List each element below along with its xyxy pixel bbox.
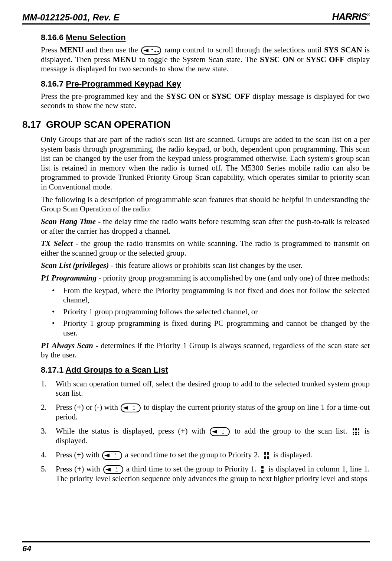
bullet-item: From the keypad, where the Priority prog… <box>52 286 370 305</box>
sysc-off-label: SYSC OFF <box>212 92 250 101</box>
text: ) with <box>185 427 209 435</box>
svg-rect-35 <box>261 471 264 471</box>
term: Scan List (privileges) <box>41 261 109 270</box>
menu-key-label: MENU <box>113 55 137 64</box>
text: Press the pre-programmed key and the <box>41 92 166 101</box>
heading-number: 8.16.6 <box>41 33 63 42</box>
step-1: 1. With scan operation turned off, selec… <box>41 379 370 398</box>
plus-minus-rocker-icon: + − <box>121 403 141 412</box>
heading-8-16-7: 8.16.7 Pre-Programmed Keypad Key <box>41 79 370 89</box>
text: ) or ( <box>81 403 97 412</box>
text: or <box>200 92 212 101</box>
text: While the status is displayed, press ( <box>56 427 181 435</box>
paragraph: Press MENU and then use the ramp control… <box>41 45 370 74</box>
definition-text: - this feature allows or prohibits scan … <box>109 261 303 270</box>
bullet-item: Priority 1 group programming follows the… <box>52 307 370 317</box>
step-number: 5. <box>41 464 47 474</box>
svg-text:−: − <box>114 455 117 459</box>
plus-key-label: + <box>77 450 81 459</box>
heading-8-17: 8.17GROUP SCAN OPERATION <box>22 119 370 130</box>
document-id: MM-012125-001, Rev. E <box>22 12 119 23</box>
paragraph: Only Groups that are part of the radio's… <box>41 135 370 192</box>
text: to toggle the System Scan state. The <box>137 55 260 64</box>
text: a third time to set the group to Priorit… <box>124 464 259 473</box>
brand-logo-text: HARRIS <box>332 11 367 22</box>
svg-rect-16 <box>353 430 359 431</box>
scan-list-bars-icon <box>352 428 360 436</box>
heading-number: 8.17.1 <box>41 365 63 374</box>
sysc-on-label: SYSC ON <box>166 92 200 101</box>
svg-rect-18 <box>353 433 359 434</box>
term: Scan Hang Time <box>41 217 96 226</box>
text: Press ( <box>56 450 77 459</box>
step-number: 1. <box>41 379 47 389</box>
content: Only Groups that are part of the radio's… <box>41 135 370 484</box>
term: P1 Always Scan <box>41 341 93 350</box>
page-header: MM-012125-001, Rev. E HARRIS® <box>22 11 370 25</box>
sysc-off-label: SYSC OFF <box>306 55 344 64</box>
heading-title: Add Groups to a Scan List <box>65 365 168 374</box>
heading-title: GROUP SCAN OPERATION <box>46 119 171 130</box>
term: TX Select <box>41 239 73 248</box>
text: a second time to set the group to Priori… <box>123 450 261 459</box>
text: to add the group to the scan list. <box>231 427 351 435</box>
term: P1 Programming <box>41 273 97 282</box>
sysc-on-label: SYSC ON <box>260 55 294 64</box>
paragraph: Press the pre-programmed key and the SYS… <box>41 92 370 111</box>
page-footer: 64 <box>22 541 370 554</box>
brand-logo: HARRIS® <box>332 11 370 23</box>
svg-point-3 <box>154 51 156 52</box>
svg-rect-26 <box>264 455 269 456</box>
step-number: 2. <box>41 403 47 412</box>
priority-1-bar-icon <box>259 466 265 474</box>
text: ) with <box>81 464 102 473</box>
page-number: 64 <box>22 544 370 554</box>
definition-text: - priority group programming is accompli… <box>97 273 370 282</box>
text: Press <box>41 45 60 54</box>
step-2: 2. Press (+) or (-) with + − to display … <box>41 403 370 422</box>
svg-text:−: − <box>222 431 224 435</box>
text: is displayed. <box>271 450 312 459</box>
step-3: 3. While the status is displayed, press … <box>41 427 370 446</box>
heading-number: 8.17 <box>22 119 46 130</box>
definition: Scan Hang Time - the delay time the radi… <box>41 217 370 236</box>
bullet-item: Priority 1 group programming is fixed du… <box>52 319 370 338</box>
svg-rect-25 <box>264 454 269 454</box>
definition-text: - the group the radio transmits on while… <box>41 239 370 257</box>
heading-8-17-1: 8.17.1 Add Groups to a Scan List <box>41 365 370 375</box>
page: MM-012125-001, Rev. E HARRIS® 8.16.6 Men… <box>0 0 392 561</box>
svg-point-2 <box>151 49 153 50</box>
definition: P1 Programming - priority group programm… <box>41 273 370 283</box>
plus-minus-rocker-icon: + − <box>102 451 122 460</box>
sys-scan-label: SYS SCAN <box>324 45 362 54</box>
priority-2-bars-icon <box>262 451 271 460</box>
heading-title: Menu Selection <box>66 33 125 42</box>
text: and then use the <box>84 45 140 54</box>
plus-key-label: + <box>77 464 81 473</box>
svg-point-4 <box>157 51 159 52</box>
svg-rect-33 <box>261 468 264 468</box>
definition: Scan List (privileges) - this feature al… <box>41 261 370 270</box>
content: 8.16.6 Menu Selection Press MENU and the… <box>41 33 370 111</box>
svg-text:−: − <box>133 407 135 412</box>
brand-logo-mark: ® <box>367 12 370 17</box>
heading-number: 8.16.7 <box>41 79 63 88</box>
step-number: 4. <box>41 450 47 460</box>
step-number: 3. <box>41 427 47 436</box>
svg-rect-34 <box>261 469 264 470</box>
plus-key-label: + <box>181 427 185 435</box>
plus-minus-rocker-icon: + − <box>103 465 123 474</box>
svg-rect-27 <box>264 457 269 457</box>
plus-minus-rocker-icon: + − <box>210 427 230 436</box>
heading-title: Pre-Programmed Keypad Key <box>66 79 181 88</box>
paragraph: The following is a description of progra… <box>41 195 370 214</box>
text: Press ( <box>56 403 77 412</box>
text: or <box>294 55 306 64</box>
ramp-control-icon <box>141 46 161 55</box>
step-text: With scan operation turned off, select t… <box>56 379 370 398</box>
menu-key-label: MENU <box>60 45 84 54</box>
definition: P1 Always Scan - determines if the Prior… <box>41 341 370 360</box>
svg-rect-17 <box>353 431 359 432</box>
text: ) with <box>81 450 102 459</box>
step-4: 4. Press (+) with + − a second time to s… <box>41 450 370 460</box>
